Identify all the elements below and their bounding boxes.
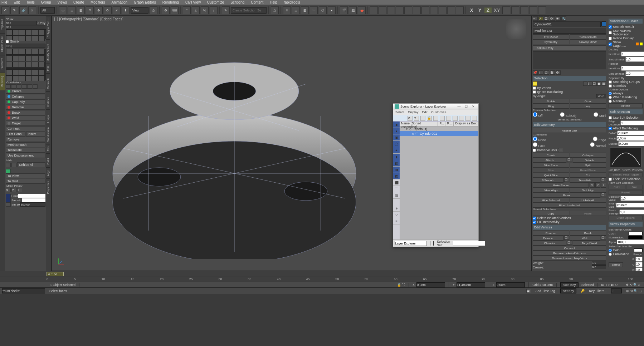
schematic-button[interactable]: ⌬ — [319, 6, 327, 14]
preserve-uvs-check[interactable] — [533, 149, 536, 152]
update-button[interactable]: Update — [609, 103, 643, 108]
redo-button[interactable]: ↷ — [10, 6, 18, 14]
rotate-button[interactable]: ⟳ — [104, 6, 112, 14]
menu-file[interactable]: File — [1, 0, 7, 4]
extra-4[interactable] — [529, 6, 537, 14]
col-dispbox[interactable]: Display as Box — [454, 122, 478, 126]
sep-sg-check[interactable] — [609, 80, 612, 84]
remove-mod[interactable]: 🗑 — [550, 70, 555, 75]
viewcube[interactable] — [506, 19, 526, 39]
tool-e[interactable] — [404, 6, 412, 14]
dist-conn-button[interactable]: Dist Conn — [6, 132, 25, 137]
smooth-spinner[interactable] — [625, 57, 644, 62]
ignore-backfacing-check[interactable] — [533, 90, 536, 94]
brush-options-btn[interactable]: Brush Options — [609, 216, 643, 220]
grid-align-btn[interactable]: Grid Align — [570, 188, 606, 193]
modifier-stack[interactable] — [533, 51, 606, 69]
repeat-last-button[interactable]: Repeat Last — [533, 128, 606, 133]
menu-help[interactable]: Help — [270, 0, 277, 4]
render-iter[interactable] — [621, 66, 644, 71]
planar-y[interactable]: Y — [11, 188, 16, 192]
nurms-check[interactable] — [609, 31, 612, 34]
shrink-button[interactable]: Shrink — [533, 99, 569, 104]
menu-scripting[interactable]: Scripting — [230, 0, 244, 4]
tool-palette-3[interactable] — [6, 69, 46, 80]
planar-x-btn[interactable]: X — [590, 183, 595, 188]
break-button[interactable]: Break — [6, 110, 45, 115]
snap-toggle-button[interactable]: ⟟ — [183, 6, 191, 14]
preview-subobj[interactable] — [560, 112, 565, 117]
menu-modifiers[interactable]: Modifiers — [91, 0, 105, 4]
play-controls[interactable]: ⏮ ◀ ▶ ⏭ ⟳ — [598, 283, 622, 287]
se-menu-display[interactable]: Display — [408, 110, 419, 114]
shrink-check[interactable] — [6, 40, 9, 43]
tool-d[interactable] — [396, 6, 404, 14]
r-spinner[interactable] — [635, 257, 643, 262]
ring-button[interactable]: Ring — [533, 104, 569, 109]
symmetry-button[interactable]: Symmetry — [533, 39, 569, 44]
subobj-poly[interactable]: ▣ — [597, 81, 601, 86]
select-button[interactable]: ▭ — [59, 6, 67, 14]
loop-button[interactable]: Loop — [570, 104, 606, 109]
extra-5[interactable] — [538, 6, 546, 14]
undo-button[interactable]: ↶ — [1, 6, 9, 14]
status-z[interactable] — [496, 282, 525, 287]
layer-explorer-button[interactable]: ☰ — [292, 6, 300, 14]
extra-2[interactable] — [511, 6, 519, 14]
selection-set-combo[interactable] — [453, 241, 485, 246]
break-v-btn[interactable]: Break — [570, 231, 606, 236]
sep-mat-check[interactable] — [609, 84, 612, 88]
affect-back-check[interactable] — [609, 127, 612, 130]
se-foot-b1[interactable] — [430, 241, 430, 246]
placement-button[interactable]: ⬇ — [122, 6, 130, 14]
vtool-7[interactable]: ◧ — [393, 160, 400, 167]
grow-button[interactable]: Grow — [570, 99, 606, 104]
subobj-vertex[interactable]: · — [583, 81, 587, 86]
subtab-visib[interactable]: Visibi... — [46, 153, 50, 167]
connect-v-btn[interactable]: Connect — [533, 246, 606, 251]
split-btn[interactable]: Split — [570, 163, 606, 168]
tool-k[interactable] — [456, 6, 464, 14]
edit-named-sel-button[interactable]: ✎ — [222, 6, 230, 14]
cp-create-tab[interactable]: + — [533, 16, 538, 21]
smooth-result-check[interactable] — [609, 25, 612, 29]
select-region-button[interactable]: ▦ — [77, 6, 85, 14]
menu-rapidtools[interactable]: rapidTools — [284, 0, 300, 4]
chamfer-btn[interactable]: Chamfer — [533, 241, 566, 246]
keyboard-shortcut-button[interactable]: ⌨ — [171, 6, 179, 14]
constraint-face[interactable] — [533, 142, 537, 147]
upd-always[interactable] — [609, 92, 612, 95]
menu-views[interactable]: Views — [58, 0, 67, 4]
tool-f[interactable] — [413, 6, 421, 14]
menu-content[interactable]: Content — [251, 0, 263, 4]
quickslice-btn[interactable]: QuickSlice — [533, 173, 569, 178]
spinner-snap-button[interactable]: ↕ — [210, 6, 218, 14]
tab-populate[interactable]: Populate — [0, 16, 5, 33]
timeline[interactable]: 0 / 100 — [0, 271, 644, 277]
target-weld-btn[interactable]: Target Weld — [573, 241, 606, 246]
s2-input[interactable] — [6, 25, 45, 29]
use-ss-check[interactable] — [609, 116, 612, 119]
scene-ex-close[interactable]: ✕ — [470, 104, 477, 109]
hide-sel-btn[interactable]: Hide Selected — [533, 198, 569, 203]
ffd-button[interactable]: FFD 2x2x2 — [533, 34, 569, 39]
show-end[interactable]: i — [538, 70, 543, 75]
curve-editor-button[interactable]: 〰 — [310, 6, 318, 14]
render-button[interactable]: 🫖 — [358, 6, 366, 14]
crease-spinner[interactable] — [592, 265, 606, 269]
ref-coord-selector[interactable] — [131, 7, 148, 14]
toggle-ribbon-button[interactable]: ▦ — [301, 6, 309, 14]
selvb-color[interactable] — [609, 249, 612, 252]
menu-group[interactable]: Group — [41, 0, 51, 4]
subtab-subdiv[interactable]: Subdivision — [46, 125, 50, 144]
subobj-element[interactable]: ▦ — [602, 81, 606, 86]
tool-i[interactable] — [439, 6, 447, 14]
subtab-edit[interactable]: Edit — [46, 64, 50, 73]
axis-z-button[interactable]: Z — [484, 8, 492, 13]
maxscript-input[interactable] — [2, 288, 45, 293]
view-align-btn[interactable]: View Align — [533, 188, 569, 193]
tab-modeling[interactable]: Modeling — [0, 73, 5, 90]
vtool-9[interactable]: ◩ — [393, 173, 400, 179]
cp-modify-tab[interactable]: ↗ — [538, 16, 543, 21]
tool-b[interactable] — [379, 6, 386, 14]
